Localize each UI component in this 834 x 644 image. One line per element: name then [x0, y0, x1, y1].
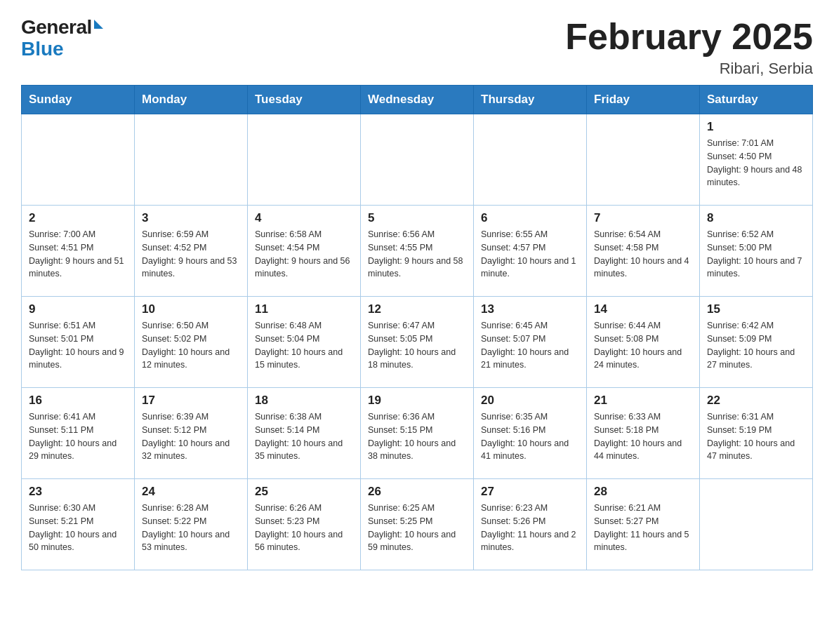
day-info: Sunrise: 6:39 AMSunset: 5:12 PMDaylight:… — [142, 410, 240, 463]
calendar-cell: 9Sunrise: 6:51 AMSunset: 5:01 PMDaylight… — [22, 297, 135, 388]
day-number: 9 — [29, 302, 127, 316]
calendar-cell: 16Sunrise: 6:41 AMSunset: 5:11 PMDayligh… — [22, 388, 135, 479]
calendar-cell — [22, 114, 135, 206]
calendar-cell: 8Sunrise: 6:52 AMSunset: 5:00 PMDaylight… — [700, 206, 813, 297]
day-number: 5 — [368, 211, 466, 225]
day-info: Sunrise: 6:56 AMSunset: 4:55 PMDaylight:… — [368, 228, 466, 281]
calendar-cell: 14Sunrise: 6:44 AMSunset: 5:08 PMDayligh… — [587, 297, 700, 388]
calendar-cell: 4Sunrise: 6:58 AMSunset: 4:54 PMDaylight… — [248, 206, 361, 297]
day-number: 23 — [29, 485, 127, 499]
day-info: Sunrise: 6:45 AMSunset: 5:07 PMDaylight:… — [481, 319, 579, 372]
day-info: Sunrise: 6:58 AMSunset: 4:54 PMDaylight:… — [255, 228, 353, 281]
calendar-cell: 24Sunrise: 6:28 AMSunset: 5:22 PMDayligh… — [135, 479, 248, 570]
calendar-cell: 10Sunrise: 6:50 AMSunset: 5:02 PMDayligh… — [135, 297, 248, 388]
day-info: Sunrise: 6:48 AMSunset: 5:04 PMDaylight:… — [255, 319, 353, 372]
day-info: Sunrise: 6:41 AMSunset: 5:11 PMDaylight:… — [29, 410, 127, 463]
day-number: 7 — [594, 211, 692, 225]
logo-general-text: General — [21, 17, 92, 39]
day-number: 11 — [255, 302, 353, 316]
calendar-week-row: 16Sunrise: 6:41 AMSunset: 5:11 PMDayligh… — [22, 388, 813, 479]
day-number: 13 — [481, 302, 579, 316]
logo-blue-text: Blue — [21, 39, 103, 60]
calendar-cell — [361, 114, 474, 206]
calendar-week-row: 23Sunrise: 6:30 AMSunset: 5:21 PMDayligh… — [22, 479, 813, 570]
day-number: 19 — [368, 394, 466, 408]
logo: General Blue — [21, 17, 103, 60]
day-number: 17 — [142, 394, 240, 408]
page-header: General Blue February 2025 Ribari, Serbi… — [21, 17, 813, 78]
day-info: Sunrise: 6:31 AMSunset: 5:19 PMDaylight:… — [707, 410, 805, 463]
day-info: Sunrise: 6:28 AMSunset: 5:22 PMDaylight:… — [142, 502, 240, 554]
day-info: Sunrise: 6:23 AMSunset: 5:26 PMDaylight:… — [481, 502, 579, 554]
calendar-cell: 5Sunrise: 6:56 AMSunset: 4:55 PMDaylight… — [361, 206, 474, 297]
weekday-header-friday: Friday — [587, 86, 700, 114]
calendar-cell: 13Sunrise: 6:45 AMSunset: 5:07 PMDayligh… — [474, 297, 587, 388]
day-number: 21 — [594, 394, 692, 408]
logo-triangle-icon — [94, 20, 103, 29]
day-info: Sunrise: 6:54 AMSunset: 4:58 PMDaylight:… — [594, 228, 692, 281]
calendar-cell: 12Sunrise: 6:47 AMSunset: 5:05 PMDayligh… — [361, 297, 474, 388]
day-info: Sunrise: 6:26 AMSunset: 5:23 PMDaylight:… — [255, 502, 353, 554]
day-number: 24 — [142, 485, 240, 499]
calendar-week-row: 1Sunrise: 7:01 AMSunset: 4:50 PMDaylight… — [22, 114, 813, 206]
day-number: 28 — [594, 485, 692, 499]
day-number: 14 — [594, 302, 692, 316]
day-info: Sunrise: 6:52 AMSunset: 5:00 PMDaylight:… — [707, 228, 805, 281]
day-number: 18 — [255, 394, 353, 408]
calendar-cell: 20Sunrise: 6:35 AMSunset: 5:16 PMDayligh… — [474, 388, 587, 479]
day-number: 4 — [255, 211, 353, 225]
day-info: Sunrise: 6:33 AMSunset: 5:18 PMDaylight:… — [594, 410, 692, 463]
weekday-header-tuesday: Tuesday — [248, 86, 361, 114]
day-number: 26 — [368, 485, 466, 499]
day-info: Sunrise: 6:44 AMSunset: 5:08 PMDaylight:… — [594, 319, 692, 372]
day-info: Sunrise: 6:38 AMSunset: 5:14 PMDaylight:… — [255, 410, 353, 463]
day-number: 27 — [481, 485, 579, 499]
calendar-subtitle: Ribari, Serbia — [565, 60, 813, 78]
day-number: 16 — [29, 394, 127, 408]
calendar-cell — [587, 114, 700, 206]
day-info: Sunrise: 6:51 AMSunset: 5:01 PMDaylight:… — [29, 319, 127, 372]
title-area: February 2025 Ribari, Serbia — [565, 17, 813, 78]
calendar-cell: 26Sunrise: 6:25 AMSunset: 5:25 PMDayligh… — [361, 479, 474, 570]
calendar-header: SundayMondayTuesdayWednesdayThursdayFrid… — [22, 86, 813, 114]
weekday-header-thursday: Thursday — [474, 86, 587, 114]
day-info: Sunrise: 6:36 AMSunset: 5:15 PMDaylight:… — [368, 410, 466, 463]
weekday-header-wednesday: Wednesday — [361, 86, 474, 114]
calendar-cell: 22Sunrise: 6:31 AMSunset: 5:19 PMDayligh… — [700, 388, 813, 479]
calendar-cell: 18Sunrise: 6:38 AMSunset: 5:14 PMDayligh… — [248, 388, 361, 479]
day-number: 20 — [481, 394, 579, 408]
calendar-cell: 27Sunrise: 6:23 AMSunset: 5:26 PMDayligh… — [474, 479, 587, 570]
day-info: Sunrise: 6:59 AMSunset: 4:52 PMDaylight:… — [142, 228, 240, 281]
day-info: Sunrise: 6:47 AMSunset: 5:05 PMDaylight:… — [368, 319, 466, 372]
calendar-cell: 19Sunrise: 6:36 AMSunset: 5:15 PMDayligh… — [361, 388, 474, 479]
day-info: Sunrise: 6:42 AMSunset: 5:09 PMDaylight:… — [707, 319, 805, 372]
calendar-cell: 1Sunrise: 7:01 AMSunset: 4:50 PMDaylight… — [700, 114, 813, 206]
day-number: 3 — [142, 211, 240, 225]
day-number: 8 — [707, 211, 805, 225]
day-number: 12 — [368, 302, 466, 316]
calendar-cell: 28Sunrise: 6:21 AMSunset: 5:27 PMDayligh… — [587, 479, 700, 570]
logo-combined: General Blue — [21, 17, 103, 60]
calendar-cell: 23Sunrise: 6:30 AMSunset: 5:21 PMDayligh… — [22, 479, 135, 570]
calendar-cell: 3Sunrise: 6:59 AMSunset: 4:52 PMDaylight… — [135, 206, 248, 297]
calendar-cell — [248, 114, 361, 206]
day-info: Sunrise: 6:21 AMSunset: 5:27 PMDaylight:… — [594, 502, 692, 554]
weekday-header-saturday: Saturday — [700, 86, 813, 114]
day-info: Sunrise: 6:35 AMSunset: 5:16 PMDaylight:… — [481, 410, 579, 463]
day-number: 2 — [29, 211, 127, 225]
day-info: Sunrise: 7:01 AMSunset: 4:50 PMDaylight:… — [707, 137, 805, 189]
calendar-title: February 2025 — [565, 17, 813, 57]
weekday-header-sunday: Sunday — [22, 86, 135, 114]
day-number: 6 — [481, 211, 579, 225]
calendar-cell: 25Sunrise: 6:26 AMSunset: 5:23 PMDayligh… — [248, 479, 361, 570]
calendar-cell: 6Sunrise: 6:55 AMSunset: 4:57 PMDaylight… — [474, 206, 587, 297]
day-number: 15 — [707, 302, 805, 316]
weekday-header-monday: Monday — [135, 86, 248, 114]
day-number: 25 — [255, 485, 353, 499]
day-info: Sunrise: 6:50 AMSunset: 5:02 PMDaylight:… — [142, 319, 240, 372]
weekday-header-row: SundayMondayTuesdayWednesdayThursdayFrid… — [22, 86, 813, 114]
calendar-cell: 7Sunrise: 6:54 AMSunset: 4:58 PMDaylight… — [587, 206, 700, 297]
day-info: Sunrise: 7:00 AMSunset: 4:51 PMDaylight:… — [29, 228, 127, 281]
calendar-cell — [700, 479, 813, 570]
calendar-week-row: 9Sunrise: 6:51 AMSunset: 5:01 PMDaylight… — [22, 297, 813, 388]
